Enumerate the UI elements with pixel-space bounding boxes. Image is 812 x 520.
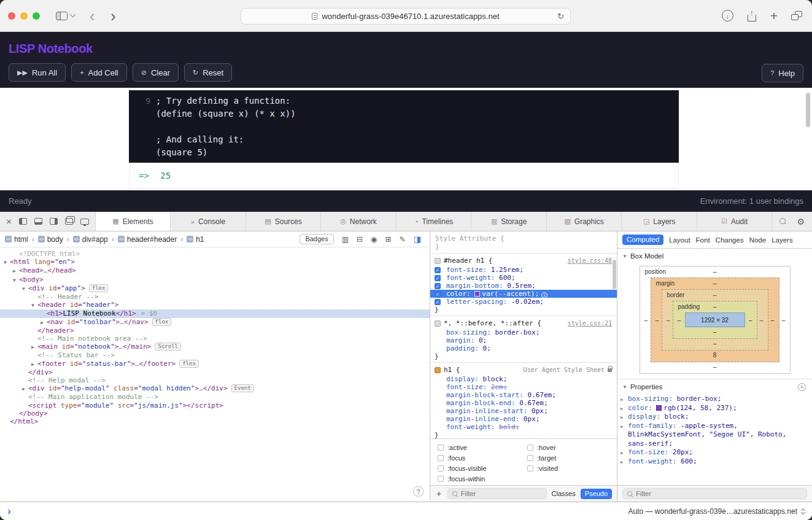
computed-property-font-weight[interactable]: ▶font-weight: 600; [617,457,806,467]
pseudo-checkbox[interactable] [527,465,533,471]
details-tab-layout[interactable]: Layout [669,236,690,244]
disclosure-closed-icon[interactable]: ▶ [31,360,37,368]
computed-property-color[interactable]: ▶color: rgb(124, 58, 237); [617,404,806,413]
inspector-tab-audit[interactable]: ☑Audit [697,212,773,231]
share-button[interactable]: ↑ [747,10,757,21]
margin-right-value[interactable]: – [768,317,777,324]
dom-tree-row[interactable]: </header> [0,327,430,335]
minimize-window-button[interactable] [20,12,28,20]
dom-tree-row[interactable]: ▶<main id="notebook">…</main>Scroll [0,343,430,351]
dom-tree-row[interactable]: </html> [0,417,430,425]
property-checkbox[interactable]: ✓ [435,299,441,305]
padding-left-value[interactable]: – [675,317,684,324]
code-line[interactable]: (square 5) [129,146,679,159]
disclosure-open-icon[interactable]: ▼ [31,301,37,309]
disclosure-closed-icon[interactable]: ▶ [621,413,623,422]
disclosure-open-icon[interactable]: ▼ [4,258,10,266]
properties-options-icon[interactable]: ≡ [798,383,806,391]
code-line[interactable]: ; And calling it: [129,133,679,146]
pseudo-checkbox[interactable] [438,476,444,482]
margin-box[interactable]: margin – – border – [651,277,779,362]
dom-tree-row[interactable]: ▼<div id="app">flex [0,284,430,293]
css-property-margin-bottom[interactable]: ✓margin-bottom: 0.5rem; [430,282,617,290]
page-scrollbar[interactable] [806,93,810,127]
css-property-margin-inline-start[interactable]: margin-inline-start: 0px; [430,407,617,415]
details-tab-changes[interactable]: Changes [716,236,744,244]
pseudo-toggle-hover[interactable]: :hover [527,444,614,451]
device-settings-button[interactable] [80,219,89,225]
position-left-value[interactable]: – [642,317,651,324]
breadcrumb-item-div-app[interactable]: <>div#app [73,235,108,244]
reset-button[interactable]: ↻Reset [184,63,232,82]
add-cell-button[interactable]: +Add Cell [71,63,127,82]
pseudo-toggle[interactable]: Pseudo [581,489,612,499]
print-icon[interactable]: ⊟ [357,235,363,244]
inspector-tab-console[interactable]: »Console [171,212,246,231]
disclosure-closed-icon[interactable]: ▶ [621,458,623,467]
dom-tree-row[interactable]: ▼<html lang="en"> [0,258,430,266]
inspector-tab-layers[interactable]: ◲Layers [622,212,697,231]
inspector-tab-network[interactable]: ◎Network [321,212,396,231]
css-property-margin-block-end[interactable]: margin-block-end: 0.67em; [430,399,617,407]
undock-button[interactable] [65,218,73,225]
code-editor[interactable]: 9; Try defining a function:(define (squa… [129,90,679,163]
pseudo-toggle-visited[interactable]: :visited [527,465,614,472]
css-property-margin[interactable]: margin: 0; [430,336,617,344]
settings-gear-icon[interactable]: ⚙ [797,217,805,227]
address-bar[interactable]: wonderful-grass-039e46710.1.azurestatica… [241,8,571,25]
grid-overlay-icon[interactable]: ⊞ [385,235,392,244]
search-icon[interactable] [779,218,787,225]
rule-selector[interactable]: h1 { [444,366,460,374]
breadcrumb-item-header-header[interactable]: <>header#header [118,235,177,244]
reload-icon[interactable]: ↻ [557,12,564,21]
breadcrumb-item-html[interactable]: <>html [5,235,28,244]
border-right-value[interactable]: – [757,317,766,324]
code-line[interactable]: 9; Try defining a function: [129,95,679,107]
css-property-padding[interactable]: padding: 0; [430,344,617,352]
dom-tree-row[interactable]: </body> [0,409,430,417]
css-property-display[interactable]: display: block; [430,375,617,383]
rule-selector[interactable]: #header h1 { [444,257,492,265]
dom-tree-row[interactable]: <!DOCTYPE html> [0,250,430,258]
color-swatch[interactable] [474,291,480,297]
computed-filter-field[interactable] [622,488,807,499]
css-property-letter-spacing[interactable]: ✓letter-spacing: -0.02em; [430,298,617,306]
css-property-box-sizing[interactable]: box-sizing: border-box; [430,328,617,336]
css-property-margin-inline-end[interactable]: margin-inline-end: 0px; [430,415,617,423]
dom-tree-row[interactable]: ▶<div id="help-modal" class="modal hidde… [0,384,430,393]
disclosure-closed-icon[interactable]: ▶ [621,405,623,414]
disclosure-closed-icon[interactable]: ▶ [13,267,19,275]
styles-filter-input[interactable] [461,490,543,497]
new-rule-button[interactable]: + [435,489,443,499]
new-tab-button[interactable]: + [770,10,778,21]
pseudo-checkbox[interactable] [527,455,533,461]
rule-selector[interactable]: *, *::before, *::after { [444,319,541,327]
position-top-value[interactable]: – [713,268,717,275]
css-property-font-weight[interactable]: font-weight: bold; [430,423,617,431]
disclosure-closed-icon[interactable]: ▶ [22,385,28,393]
dom-tree-row[interactable]: ▼<header id="header"> [0,301,430,309]
border-left-value[interactable]: – [664,317,673,324]
box-model-section-header[interactable]: ▼ Box Model [617,249,812,262]
inspector-tab-storage[interactable]: ▥Storage [471,212,547,231]
details-tab-font[interactable]: Font [696,236,710,244]
dom-tree-row[interactable]: <script type="module" src="js/main.js"><… [0,402,430,409]
layout-badge[interactable]: Event [231,384,254,392]
close-inspector-button[interactable]: × [6,216,12,227]
styles-filter-field[interactable] [447,488,547,499]
margin-top-value[interactable]: – [713,280,717,287]
layout-badge[interactable]: flex [89,284,109,292]
color-swatch[interactable] [656,405,662,411]
forward-button[interactable]: › [110,10,115,22]
inspector-tab-elements[interactable]: ▦Elements [96,212,171,231]
badges-button[interactable]: Badges [300,234,333,244]
padding-right-value[interactable]: – [746,317,755,324]
downloads-button[interactable]: ↓ [722,10,733,21]
margin-bottom-value[interactable]: 8 [713,352,717,359]
dock-right-button[interactable] [50,218,58,225]
padding-bottom-value[interactable]: – [713,328,717,335]
edit-icon[interactable]: ✎ [400,235,406,244]
clear-button[interactable]: ⊘Clear [133,63,179,82]
pseudo-checkbox[interactable] [438,444,444,451]
layout-badge[interactable]: flex [179,360,199,368]
